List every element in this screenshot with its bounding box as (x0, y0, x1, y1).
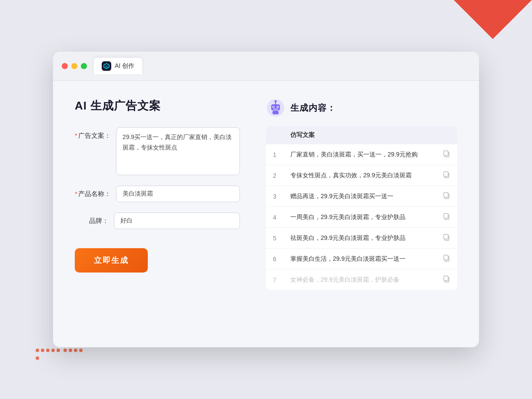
svg-rect-11 (273, 109, 278, 110)
table-row: 5祛斑美白，29.9元美白淡斑霜，专业护肤品 (266, 228, 457, 249)
table-row: 2专抹女性斑点，真实功效，29.9元美白淡斑霜 (266, 165, 457, 186)
product-name-group: *产品名称： 美白淡斑霜 (75, 186, 240, 202)
right-title: 生成内容： (290, 102, 336, 114)
browser-tab[interactable]: AI AI 创作 (94, 58, 142, 74)
svg-text:AI: AI (105, 65, 108, 68)
tab-label: AI 创作 (115, 62, 134, 70)
brand-input[interactable]: 好白 (114, 213, 240, 229)
svg-rect-21 (444, 234, 448, 239)
svg-rect-10 (273, 111, 279, 114)
svg-point-9 (275, 100, 277, 103)
table-row: 4一周美白，29.9元美白淡斑霜，专业护肤品 (266, 207, 457, 228)
copy-button[interactable] (436, 249, 457, 269)
svg-rect-19 (444, 213, 448, 218)
right-header: 生成内容： (266, 98, 457, 117)
table-row: 6掌握美白生活，29.9元美白淡斑霜买一送一 (266, 249, 457, 269)
brand-label: 品牌： (75, 213, 114, 225)
copy-button[interactable] (436, 207, 457, 228)
copy-button[interactable] (436, 269, 457, 290)
svg-rect-17 (444, 193, 448, 197)
title-bar: AI AI 创作 (53, 52, 479, 81)
ad-copy-label: *广告文案： (75, 127, 116, 140)
row-number: 2 (266, 165, 283, 186)
left-panel: AI 生成广告文案 *广告文案： 29.9买一送一，真正的厂家直销，美白淡斑霜，… (75, 98, 240, 290)
row-number: 6 (266, 249, 283, 269)
row-text: 厂家直销，美白淡斑霜，买一送一，29.9元抢购 (283, 144, 436, 165)
browser-window: AI AI 创作 AI 生成广告文案 *广告文案： 29.9买一送一，真正的厂家… (53, 52, 479, 347)
ad-copy-group: *广告文案： 29.9买一送一，真正的厂家直销，美白淡斑霜，专抹女性斑点 (75, 127, 240, 175)
results-table: 仿写文案 1厂家直销，美白淡斑霜，买一送一，29.9元抢购2专抹女性斑点，真实功… (266, 126, 457, 290)
row-text: 祛斑美白，29.9元美白淡斑霜，专业护肤品 (283, 228, 436, 249)
product-name-label: *产品名称： (75, 186, 116, 198)
generate-button[interactable]: 立即生成 (75, 248, 148, 273)
traffic-lights (62, 63, 87, 69)
svg-point-6 (273, 106, 274, 107)
required-star-2: * (75, 190, 77, 197)
svg-rect-15 (444, 172, 448, 176)
table-row: 1厂家直销，美白淡斑霜，买一送一，29.9元抢购 (266, 144, 457, 165)
row-text: 一周美白，29.9元美白淡斑霜，专业护肤品 (283, 207, 436, 228)
traffic-light-close[interactable] (62, 63, 68, 69)
ai-tab-icon: AI (102, 61, 111, 71)
right-panel: 生成内容： 仿写文案 1厂家直销，美白淡斑霜，买一送一，29.9元抢购2专抹女性… (266, 98, 457, 290)
table-col-num (266, 126, 283, 144)
product-name-input[interactable]: 美白淡斑霜 (116, 186, 240, 202)
row-text: 女神必备，29.9元美白淡斑霜，护肤必备 (283, 269, 436, 290)
row-text: 掌握美白生活，29.9元美白淡斑霜买一送一 (283, 249, 436, 269)
svg-point-7 (277, 106, 278, 107)
row-number: 4 (266, 207, 283, 228)
ad-copy-input[interactable]: 29.9买一送一，真正的厂家直销，美白淡斑霜，专抹女性斑点 (116, 127, 240, 175)
row-text: 专抹女性斑点，真实功效，29.9元美白淡斑霜 (283, 165, 436, 186)
table-row: 7女神必备，29.9元美白淡斑霜，护肤必备 (266, 269, 457, 290)
main-content: AI 生成广告文案 *广告文案： 29.9买一送一，真正的厂家直销，美白淡斑霜，… (53, 81, 479, 307)
required-star-1: * (75, 132, 77, 139)
traffic-light-minimize[interactable] (71, 63, 77, 69)
traffic-light-maximize[interactable] (81, 63, 87, 69)
bg-decoration-dots (35, 347, 87, 373)
copy-button[interactable] (436, 144, 457, 165)
row-number: 7 (266, 269, 283, 290)
svg-rect-25 (444, 276, 448, 281)
row-number: 5 (266, 228, 283, 249)
row-number: 3 (266, 186, 283, 207)
copy-button[interactable] (436, 165, 457, 186)
table-row: 3赠品再送，29.9元美白淡斑霜买一送一 (266, 186, 457, 207)
copy-button[interactable] (436, 228, 457, 249)
copy-button[interactable] (436, 186, 457, 207)
row-number: 1 (266, 144, 283, 165)
table-header-row: 仿写文案 (266, 126, 457, 144)
svg-rect-13 (444, 151, 448, 156)
robot-icon (266, 98, 285, 117)
page-title: AI 生成广告文案 (75, 98, 240, 113)
row-text: 赠品再送，29.9元美白淡斑霜买一送一 (283, 186, 436, 207)
brand-group: 品牌： 好白 (75, 213, 240, 229)
table-col-content: 仿写文案 (283, 126, 436, 144)
svg-rect-23 (444, 255, 448, 260)
table-col-action (436, 126, 457, 144)
